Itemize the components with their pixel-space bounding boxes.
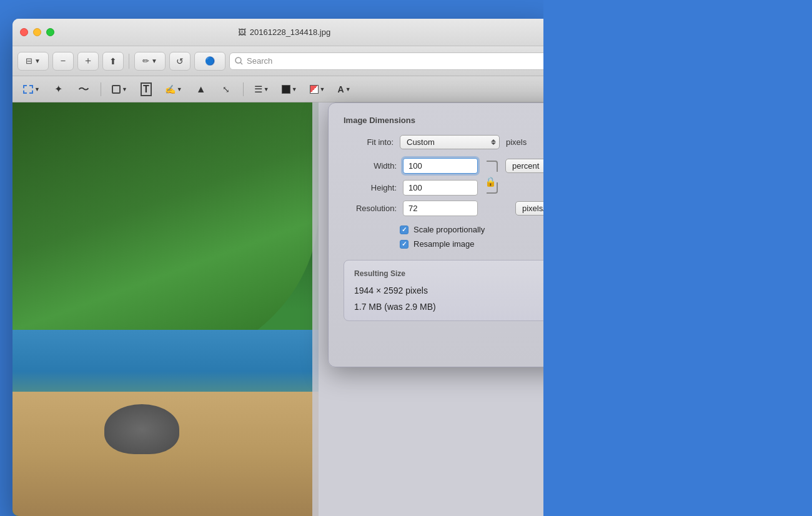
- fit-into-label: Fit into:: [344, 137, 394, 147]
- zoom-out-icon: －: [58, 54, 68, 67]
- magic-wand-button[interactable]: ✦: [48, 81, 69, 98]
- adjust-icon: ▲: [196, 84, 206, 95]
- border-button[interactable]: ▼: [305, 81, 330, 98]
- svg-point-0: [235, 57, 241, 63]
- photo-rocks: [104, 404, 179, 454]
- resample-image-label: Resample image: [413, 239, 475, 249]
- window-title: 🖼 20161228_134418.jpg: [238, 27, 330, 37]
- chevron-shape: ▼: [122, 86, 127, 92]
- modal-overlay: Image Dimensions Fit into: Custom Letter…: [312, 102, 556, 516]
- scale-proportionally-label: Scale proportionally: [413, 225, 485, 234]
- crop-icon: ⤡: [222, 84, 230, 94]
- dimensions-group: Width: percent pixels: [344, 158, 556, 196]
- location-icon: 🔵: [205, 56, 215, 66]
- chevron-fill: ▼: [292, 86, 297, 92]
- height-input[interactable]: [403, 180, 478, 196]
- text-tool-button[interactable]: T: [136, 81, 157, 98]
- search-box[interactable]: Search: [229, 52, 551, 70]
- selection-tool-button[interactable]: ▼: [19, 81, 44, 98]
- width-row: Width: percent pixels: [344, 158, 556, 174]
- minimize-button[interactable]: [33, 28, 41, 36]
- tool-separator-1: [101, 82, 101, 96]
- chevron-font: ▼: [345, 86, 351, 92]
- photo-area: [12, 102, 319, 516]
- scale-proportionally-row: Scale proportionally: [400, 225, 556, 234]
- menu-icon: ☰: [254, 84, 262, 95]
- title-bar: 🖼 20161228_134418.jpg: [12, 19, 556, 46]
- fill-icon: [282, 85, 290, 94]
- sidebar-toggle-button[interactable]: ⊟ ▼: [17, 52, 49, 71]
- zoom-in-icon: ＋: [83, 54, 93, 67]
- window-title-text: 20161228_134418.jpg: [250, 27, 330, 37]
- share-button[interactable]: ⬆: [102, 52, 124, 71]
- rotate-icon: ↺: [176, 56, 184, 66]
- fill-button[interactable]: ▼: [277, 81, 302, 98]
- sketch-tool-button[interactable]: 〜: [73, 81, 94, 98]
- toolbar: ⊟ ▼ － ＋ ⬆ ✏ ▼ ↺ 🔵 Search: [12, 46, 556, 76]
- address-button[interactable]: 🔵: [194, 52, 225, 71]
- height-input-wrapper: [403, 180, 478, 196]
- zoom-out-button[interactable]: －: [52, 52, 74, 71]
- image-dimensions-dialog: Image Dimensions Fit into: Custom Letter…: [328, 102, 556, 367]
- signature-icon: ✍: [165, 84, 176, 94]
- result-filesize: 1.7 MB (was 2.9 MB): [354, 302, 556, 312]
- width-label: Width:: [344, 161, 397, 171]
- toolbar-separator: [129, 54, 129, 69]
- sidebar-icon: ⊟: [26, 56, 32, 66]
- shape-tool-button[interactable]: ▼: [107, 81, 132, 98]
- menu-button[interactable]: ☰ ▼: [250, 81, 274, 98]
- lock-icon-area: 🔒: [480, 171, 498, 193]
- chevron-selection: ▼: [34, 86, 40, 92]
- tool-separator-2: [243, 82, 244, 96]
- chevron-border: ▼: [320, 86, 325, 92]
- markup-button[interactable]: ✏ ▼: [134, 52, 166, 71]
- scale-proportionally-checkbox[interactable]: [400, 226, 408, 234]
- fit-into-select-wrapper: Custom Letter A4: [400, 135, 500, 149]
- sketch-icon: 〜: [78, 82, 89, 97]
- resulting-size-section: Resulting Size 1944 × 2592 pixels 1.7 MB…: [344, 260, 556, 321]
- rotate-button[interactable]: ↺: [169, 52, 191, 71]
- zoom-in-button[interactable]: ＋: [77, 52, 99, 71]
- crop-button[interactable]: ⤡: [215, 81, 237, 98]
- tools-bar: ▼ ✦ 〜 ▼ T ✍ ▼ ▲ ⤡ ☰ ▼: [12, 76, 556, 102]
- chevron-down-icon: ▼: [34, 57, 41, 64]
- share-icon: ⬆: [109, 56, 117, 66]
- search-placeholder: Search: [247, 56, 272, 66]
- resolution-label: Resolution:: [344, 204, 397, 213]
- height-row: Height: 🔒: [344, 180, 556, 196]
- adjust-color-button[interactable]: ▲: [191, 81, 212, 98]
- document-icon: 🖼: [238, 27, 246, 37]
- lock-icon: 🔒: [485, 176, 497, 187]
- magic-wand-icon: ✦: [54, 83, 62, 95]
- resolution-input-wrapper: [403, 201, 478, 216]
- svg-line-1: [240, 62, 242, 64]
- result-dimensions: 1944 × 2592 pixels: [354, 285, 556, 295]
- maximize-button[interactable]: [46, 28, 54, 36]
- resample-image-checkbox[interactable]: [400, 240, 408, 249]
- fit-into-row: Fit into: Custom Letter A4 pixels: [344, 135, 556, 149]
- resolution-input[interactable]: [403, 201, 478, 216]
- photo-background: [12, 102, 319, 516]
- width-input-wrapper: [403, 158, 478, 174]
- background-blue-right: [543, 0, 812, 516]
- fit-units-label: pixels: [506, 137, 527, 147]
- pen-icon: ✏: [142, 56, 149, 66]
- shape-icon: [112, 85, 121, 94]
- width-input[interactable]: [403, 158, 478, 174]
- border-icon: [310, 85, 319, 94]
- text-icon: T: [141, 82, 152, 96]
- height-label: Height:: [344, 183, 397, 192]
- dialog-title: Image Dimensions: [344, 116, 556, 125]
- resolution-row: Resolution: pixels/inch pixels/cm: [344, 201, 556, 216]
- signature-tool-button[interactable]: ✍ ▼: [161, 81, 187, 98]
- close-button[interactable]: [20, 28, 28, 36]
- font-button[interactable]: A ▼: [334, 81, 355, 98]
- font-icon: A: [338, 84, 344, 94]
- resulting-size-title: Resulting Size: [354, 269, 556, 278]
- mac-window: 🖼 20161228_134418.jpg ⊟ ▼ － ＋ ⬆ ✏ ▼ ↺ 🔵: [12, 19, 556, 516]
- fit-into-select[interactable]: Custom Letter A4: [400, 135, 500, 149]
- chevron-sig: ▼: [177, 86, 182, 92]
- resample-image-row: Resample image: [400, 239, 556, 249]
- chevron-down-icon-2: ▼: [151, 57, 157, 64]
- dialog-buttons: Cancel OK: [344, 334, 556, 352]
